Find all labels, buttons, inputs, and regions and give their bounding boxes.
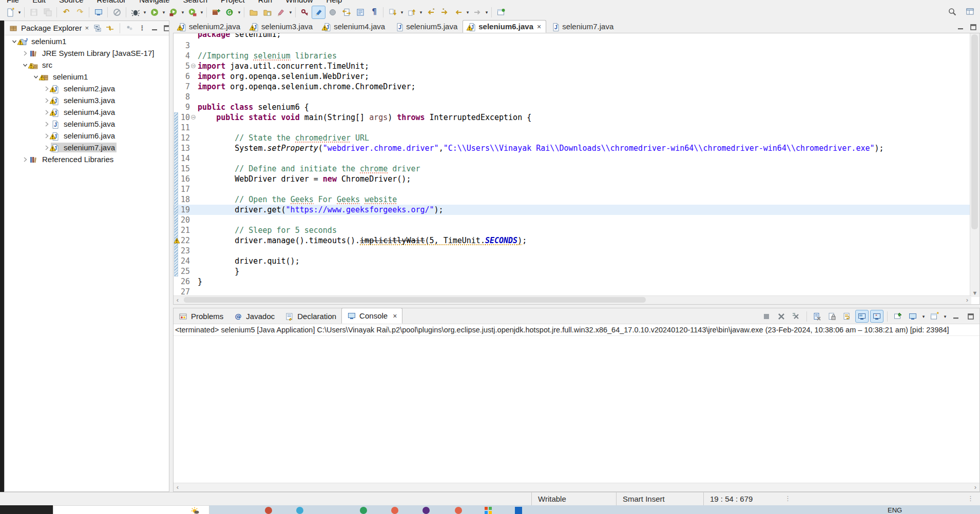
show-whitespace-button[interactable]: ¶ xyxy=(367,6,381,19)
taskbar-pinned-app-red-1[interactable] xyxy=(265,507,272,514)
code-line-8[interactable]: 8 xyxy=(174,92,971,102)
code-line-2[interactable]: package selenium1; xyxy=(174,33,971,41)
search-button[interactable] xyxy=(945,5,959,18)
close-tab-icon[interactable]: × xyxy=(537,23,541,31)
editor-tab-selenium5[interactable]: J selenium5.java xyxy=(390,20,463,33)
run-button[interactable] xyxy=(147,6,161,19)
code-line-12[interactable]: 12 // State the chromedriver URL xyxy=(174,133,971,143)
next-annotation-button[interactable] xyxy=(386,6,399,19)
menu-source[interactable]: Source xyxy=(52,0,90,4)
menu-file[interactable]: File xyxy=(0,0,26,4)
chevron-right-icon[interactable] xyxy=(21,155,29,164)
collapse-all-icon[interactable] xyxy=(93,24,102,33)
show-selected-element-button[interactable] xyxy=(353,6,367,19)
open-type-button[interactable] xyxy=(246,6,260,19)
editor-tab-selenium7[interactable]: J selenium7.java xyxy=(546,20,619,33)
new-wizard-dropdown-icon[interactable]: ▾ xyxy=(17,10,22,15)
warning-gutter-icon[interactable] xyxy=(174,236,180,244)
editor-tab-selenium3[interactable]: J selenium3.java xyxy=(245,20,318,33)
maximize-editor-icon[interactable] xyxy=(969,23,978,32)
taskbar-pinned-app-purple[interactable] xyxy=(422,507,430,514)
terminate-button[interactable] xyxy=(760,310,773,323)
code-line-17[interactable]: 17 xyxy=(174,184,971,194)
code-line-5[interactable]: 5 − import java.util.concurrent.TimeUnit… xyxy=(174,61,971,71)
tree-item-selenium5-java[interactable]: J selenium5.java xyxy=(5,118,169,130)
editor-tab-selenium6[interactable]: J selenium6.java × xyxy=(463,20,546,33)
word-wrap-button[interactable] xyxy=(840,310,854,323)
close-view-icon[interactable]: × xyxy=(85,24,89,32)
console-horizontal-scrollbar[interactable]: ‹ › xyxy=(174,483,979,491)
code-line-25[interactable]: 25 } xyxy=(174,266,971,276)
save-all-button[interactable] xyxy=(41,6,54,19)
taskbar-pinned-app-orange-2[interactable] xyxy=(455,507,462,514)
code-line-21[interactable]: 21 // Sleep for 5 seconds xyxy=(174,225,971,235)
tree-item-src[interactable]: src xyxy=(5,59,169,71)
menu-search[interactable]: Search xyxy=(176,0,214,4)
menu-help[interactable]: Help xyxy=(320,0,349,4)
code-line-13[interactable]: 13 System.setProperty("webdriver.chrome.… xyxy=(174,143,971,153)
code-line-6[interactable]: 6 import org.openqa.selenium.WebDriver; xyxy=(174,71,971,82)
code-line-15[interactable]: 15 // Define and initiate the chrome dri… xyxy=(174,164,971,174)
open-console-dropdown-icon[interactable]: ▾ xyxy=(943,314,948,319)
new-wizard-button[interactable]: * xyxy=(3,6,17,19)
profile-dropdown-icon[interactable]: ▾ xyxy=(199,10,204,15)
editor-tab-selenium2[interactable]: J selenium2.java xyxy=(173,20,245,33)
code-line-24[interactable]: 24 driver.quit(); xyxy=(174,256,971,266)
back-history-dropdown-icon[interactable]: ▾ xyxy=(465,10,470,15)
tree-item-selenium7-java[interactable]: J selenium7.java xyxy=(5,142,169,153)
scroll-left-icon[interactable]: ‹ xyxy=(174,296,182,304)
clear-console-button[interactable] xyxy=(811,310,824,323)
menu-edit[interactable]: Edit xyxy=(26,0,52,4)
mark-occurrences-button[interactable] xyxy=(312,6,325,19)
console-tab-problems[interactable]: Problems xyxy=(174,309,228,324)
show-on-stderr-button[interactable]: * xyxy=(870,310,883,323)
menu-window[interactable]: Window xyxy=(279,0,319,4)
scroll-left-icon[interactable]: ‹ xyxy=(174,483,182,491)
show-on-stdout-button[interactable] xyxy=(855,310,869,323)
code-line-20[interactable]: 20 xyxy=(174,215,971,225)
tree-item-selenium2-java[interactable]: J selenium2.java xyxy=(5,83,169,94)
editor-horizontal-scrollbar[interactable]: ‹ › xyxy=(174,295,971,304)
console-tab-declaration[interactable]: Declaration xyxy=(280,309,341,324)
pin-console-button[interactable] xyxy=(891,310,905,323)
fold-collapse-icon[interactable]: − xyxy=(191,64,196,68)
link-with-editor-button[interactable] xyxy=(339,6,353,19)
tree-item-selenium4-java[interactable]: J selenium4.java xyxy=(5,106,169,118)
code-line-22[interactable]: 22 driver.manage().timeouts().implicitly… xyxy=(174,235,971,246)
tree-item-selenium3-java[interactable]: J selenium3.java xyxy=(5,94,169,106)
link-with-editor-icon[interactable] xyxy=(105,24,114,33)
code-line-26[interactable]: 26 } xyxy=(174,276,971,287)
remove-all-terminated-button[interactable] xyxy=(790,310,803,323)
scroll-right-icon[interactable]: › xyxy=(963,296,971,304)
taskbar-pinned-app-green[interactable] xyxy=(360,507,367,514)
horizontal-scrollbar-thumb[interactable] xyxy=(184,297,646,303)
open-task-button[interactable] xyxy=(298,6,312,19)
code-line-23[interactable]: 23 xyxy=(174,246,971,256)
code-line-14[interactable]: 14 xyxy=(174,153,971,164)
maximize-view-icon[interactable] xyxy=(162,24,169,33)
code-line-18[interactable]: 18 // Open the Geeks For Geeks website xyxy=(174,194,971,205)
back-history-button[interactable] xyxy=(451,6,465,19)
tree-item-jre-system-library-javase-17-[interactable]: JRE System Library [JavaSE-17] xyxy=(5,47,169,59)
view-menu-icon[interactable]: ⋮ xyxy=(138,24,147,33)
console-tab-console[interactable]: Console × xyxy=(341,308,402,324)
taskbar-pinned-app-blue[interactable] xyxy=(296,507,303,514)
taskbar-edge-app[interactable] xyxy=(515,507,522,514)
profile-button[interactable] xyxy=(185,6,199,19)
code-line-7[interactable]: 7 import org.openqa.selenium.chrome.Chro… xyxy=(174,82,971,92)
menu-project[interactable]: Project xyxy=(214,0,252,4)
taskbar-search-box[interactable] xyxy=(53,505,209,514)
undo-button[interactable]: ↶ xyxy=(59,6,73,19)
skip-all-breakpoints-button[interactable] xyxy=(110,6,124,19)
debug-dropdown-icon[interactable]: ▾ xyxy=(142,10,147,15)
menu-run[interactable]: Run xyxy=(252,0,279,4)
tree-item-selenium1[interactable]: J selenium1 xyxy=(5,35,169,47)
previous-annotation-button[interactable] xyxy=(405,6,418,19)
forward-history-button[interactable] xyxy=(470,6,484,19)
weather-icon[interactable] xyxy=(190,506,200,514)
vertical-scrollbar-thumb[interactable] xyxy=(971,34,978,229)
build-all-button[interactable] xyxy=(325,6,339,19)
menu-refactor[interactable]: Refactor xyxy=(90,0,133,4)
code-line-10[interactable]: 10 − public static void main(String[] ar… xyxy=(174,112,971,123)
editor-tab-selenium4[interactable]: J selenium4.java xyxy=(318,20,390,33)
